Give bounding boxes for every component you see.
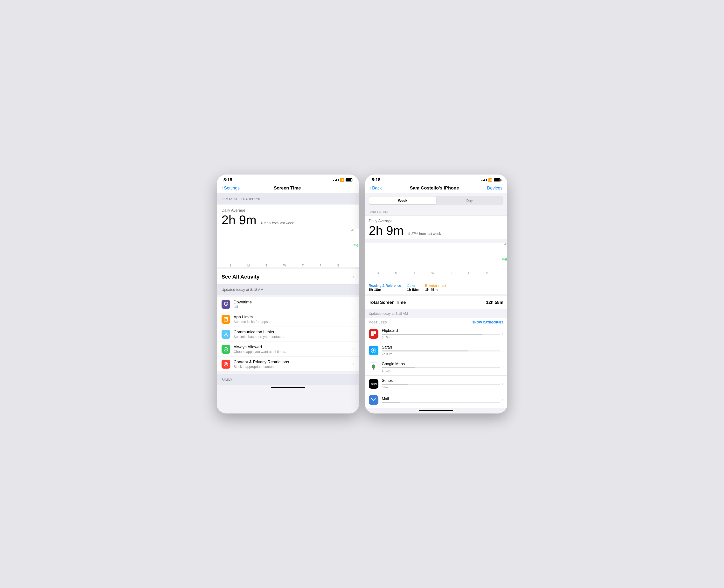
settings-list: Downtime Off › App Limi [217, 297, 359, 372]
app-item-safari[interactable]: Safari 2h 39m › [365, 342, 507, 359]
home-indicator-left [271, 387, 305, 388]
comm-limits-text: Communication Limits Set limits based on… [234, 330, 353, 339]
status-icons-left: 📶 [333, 178, 352, 182]
downtime-subtitle: Off [234, 305, 353, 309]
left-phone-content: SAM COSTELLO'S IPHONE Daily Average 2h 9… [217, 193, 359, 414]
daily-avg-time-right: 2h 9m [369, 224, 404, 237]
week-toggle[interactable]: Week [369, 196, 436, 205]
app-item-googlemaps[interactable]: Google Maps 1h 1m › [365, 359, 507, 376]
sonos-time: 53m [382, 385, 500, 389]
content-privacy-item[interactable]: Content & Privacy Restrictions Block ina… [217, 357, 359, 372]
chevron-app-limits: › [353, 317, 354, 322]
battery-icon [346, 178, 352, 182]
comm-limits-subtitle: Set limits based on your contacts. [234, 335, 353, 339]
chevron-left-icon-right: ‹ [370, 186, 371, 191]
safari-time: 2h 39m [382, 352, 500, 356]
right-phone-content: Week Day SCREEN TIME Daily Average 2h 9m… [365, 193, 507, 414]
sonos-icon: SONOS [369, 379, 378, 388]
signal-icon-right [482, 179, 487, 181]
chart-right: 4h 0 [365, 243, 507, 281]
arrow-down-icon-left: ⬇ [260, 221, 263, 225]
safari-bar [382, 351, 500, 352]
nav-bar-left: ‹ Settings Screen Time [217, 184, 359, 193]
legend-reading: Reading & Reference 5h 18m [369, 284, 401, 292]
app-limits-title: App Limits [234, 315, 353, 320]
app-item-flipboard[interactable]: Flipboard 3h 5m › [365, 326, 507, 342]
chevron-downtime: › [353, 302, 354, 307]
wifi-icon-right: 📶 [488, 178, 492, 182]
comm-limits-title: Communication Limits [234, 330, 353, 335]
show-categories-button[interactable]: SHOW CATEGORIES [472, 320, 504, 324]
back-button-left[interactable]: ‹ Settings [221, 186, 240, 191]
daily-avg-label-left: Daily Average [221, 208, 354, 213]
legend-entertainment-label: Entertainment [425, 284, 446, 288]
flipboard-icon [369, 329, 378, 339]
googlemaps-bar [382, 367, 500, 368]
status-bar-right: 8:18 📶 [365, 174, 507, 184]
always-allowed-subtitle: Choose apps you want at all times. [234, 350, 353, 354]
see-all-activity-row[interactable]: See All Activity › [217, 269, 359, 285]
chart-bars-right [369, 243, 496, 269]
updated-text-left: Updated today at 8:18 AM [221, 288, 263, 292]
time-left: 8:18 [223, 177, 232, 183]
mail-icon [369, 395, 378, 405]
svg-point-2 [225, 333, 227, 334]
downtime-item[interactable]: Downtime Off › [217, 297, 359, 312]
legend-other: Other 1h 58m [407, 284, 420, 292]
always-allowed-title: Always Allowed [234, 345, 353, 350]
status-icons-right: 📶 [482, 178, 501, 182]
app-item-sonos[interactable]: SONOS Sonos 53m › [365, 376, 507, 392]
app-item-mail[interactable]: Mail › [365, 392, 507, 408]
chevron-safari: › [502, 348, 504, 353]
back-button-right[interactable]: ‹ Back [370, 186, 382, 191]
daily-stats-left: Daily Average 2h 9m ⬇ 27% from last week [217, 205, 359, 229]
week-day-toggle: Week Day [369, 196, 504, 205]
legend-entertainment-value: 1h 45m [425, 288, 446, 292]
legend-reading-label: Reading & Reference [369, 284, 401, 288]
app-limits-item[interactable]: App Limits Set time limits for apps. › [217, 312, 359, 327]
day-toggle[interactable]: Day [436, 196, 503, 205]
daily-stats-right: Daily Average 2h 9m ⬇ 27% from last week [365, 215, 507, 239]
flipboard-name: Flipboard [382, 329, 500, 333]
safari-name: Safari [382, 345, 500, 350]
y-label-bottom-right: 0 [506, 272, 507, 274]
content-privacy-title: Content & Privacy Restrictions [234, 360, 353, 364]
googlemaps-info: Google Maps 1h 1m [382, 362, 500, 373]
mail-info: Mail [382, 397, 500, 403]
categories-legend: Reading & Reference 5h 18m Other 1h 58m … [365, 281, 507, 294]
flipboard-info: Flipboard 3h 5m [382, 329, 500, 339]
svg-text:SONOS: SONOS [371, 383, 377, 385]
updated-text-right: Updated today at 8:18 AM [369, 312, 408, 315]
devices-button[interactable]: Devices [487, 186, 503, 191]
always-allowed-icon [221, 345, 230, 354]
daily-avg-time-left: 2h 9m [221, 214, 257, 226]
chevron-left-icon: ‹ [221, 186, 223, 191]
communication-icon [221, 330, 230, 339]
chevron-flipboard: › [502, 332, 504, 336]
communication-limits-item[interactable]: Communication Limits Set limits based on… [217, 327, 359, 342]
family-label: FAMILY [221, 378, 232, 381]
updated-banner-right: Updated today at 8:18 AM [365, 309, 507, 318]
sonos-info: Sonos 53m [382, 378, 500, 389]
mail-bar [382, 402, 500, 403]
y-label-top-right: 4h [504, 243, 507, 246]
avg-label-right: avg [502, 257, 507, 261]
most-used-label: MOST USED [369, 321, 387, 324]
y-label-bottom-left: 0 [353, 257, 354, 260]
most-used-header: MOST USED SHOW CATEGORIES [365, 318, 507, 326]
legend-other-label: Other [407, 284, 420, 288]
left-phone: 8:18 📶 ‹ Settings Screen Time [217, 174, 359, 414]
downtime-text: Downtime Off [234, 300, 353, 309]
chevron-always: › [353, 346, 354, 352]
total-value: 12h 58m [486, 300, 504, 305]
family-section: FAMILY [217, 374, 359, 385]
daily-avg-label-right: Daily Average [369, 219, 504, 223]
googlemaps-icon [369, 362, 378, 372]
device-header: SAM COSTELLO'S IPHONE [217, 193, 359, 205]
arrow-down-icon-right: ⬇ [408, 232, 410, 236]
sonos-bar [382, 384, 500, 385]
status-bar-left: 8:18 📶 [217, 174, 359, 184]
sonos-name: Sonos [382, 378, 500, 383]
always-allowed-item[interactable]: Always Allowed Choose apps you want at a… [217, 342, 359, 357]
screen-time-section-label: SCREEN TIME [365, 208, 507, 215]
